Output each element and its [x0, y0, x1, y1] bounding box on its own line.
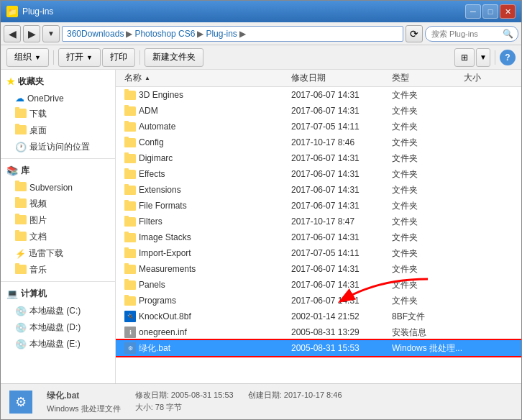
- pictures-label: 图片: [29, 214, 47, 227]
- path-segment-1[interactable]: 360Downloads: [67, 29, 124, 39]
- sidebar-item-drive-e[interactable]: 💿 本地磁盘 (E:): [1, 336, 115, 352]
- inf-icon: ℹ: [124, 327, 136, 338]
- table-row[interactable]: Config 2017-10-17 8:46 文件夹: [116, 134, 521, 150]
- file-name-col: Filters: [119, 216, 291, 227]
- view-dropdown-button[interactable]: ▼: [476, 48, 490, 67]
- folder-icon: [124, 280, 136, 290]
- file-date-col: 2017-06-07 14:31: [291, 169, 392, 179]
- dropdown-button[interactable]: ▼: [42, 25, 60, 42]
- sidebar-item-documents[interactable]: 文档: [1, 229, 115, 245]
- computer-header[interactable]: 💻 计算机: [1, 285, 115, 303]
- file-name: File Formats: [139, 201, 187, 211]
- path-segment-2[interactable]: Photoshop CS6: [134, 29, 195, 39]
- table-row[interactable]: Measurements 2017-06-07 14:31 文件夹: [116, 261, 521, 277]
- sidebar-item-onedrive[interactable]: ☁ OneDrive: [1, 91, 115, 106]
- onedrive-icon: ☁: [15, 93, 24, 104]
- view-button[interactable]: ⊞: [454, 48, 475, 67]
- file-name-col: Measurements: [119, 264, 291, 274]
- table-row[interactable]: ⚙ 绿化.bat 2005-08-31 15:53 Windows 批处理...: [116, 340, 521, 356]
- window: 📁 Plug-ins ─ □ ✕ ◀ ▶ ▼ 360Downloads ▶ Ph…: [0, 0, 522, 420]
- sidebar-item-downloads[interactable]: 下载: [1, 106, 115, 122]
- print-button[interactable]: 打印: [102, 48, 135, 67]
- sidebar-item-recent[interactable]: 🕐 最近访问的位置: [1, 139, 115, 155]
- file-name-col: File Formats: [119, 201, 291, 211]
- col-header-size[interactable]: 大小: [464, 72, 518, 84]
- table-row[interactable]: Extensions 2017-06-07 14:31 文件夹: [116, 182, 521, 198]
- file-name-col: 3D Engines: [119, 90, 291, 100]
- folder-icon: [124, 201, 136, 211]
- table-row[interactable]: 🔌 KnockOut.8bf 2002-01-14 21:52 8BF文件: [116, 309, 521, 324]
- open-label: 打开: [66, 51, 83, 63]
- sidebar-item-drive-c[interactable]: 💿 本地磁盘 (C:): [1, 303, 115, 319]
- file-name: Digimarc: [139, 153, 173, 163]
- file-name: ADM: [139, 106, 158, 116]
- file-name-col: ⚙ 绿化.bat: [119, 342, 291, 355]
- table-row[interactable]: Panels 2017-06-07 14:31 文件夹: [116, 277, 521, 293]
- sidebar-item-thunder[interactable]: ⚡ 迅雷下载: [1, 245, 115, 262]
- table-row[interactable]: Automate 2017-07-05 14:11 文件夹: [116, 119, 521, 134]
- table-row[interactable]: Image Stacks 2017-06-07 14:31 文件夹: [116, 229, 521, 245]
- table-row[interactable]: ℹ onegreen.inf 2005-08-31 13:29 安装信息: [116, 324, 521, 340]
- file-type-col: Windows 批处理...: [392, 342, 464, 355]
- forward-button[interactable]: ▶: [23, 25, 40, 42]
- help-button[interactable]: ?: [500, 50, 516, 65]
- sidebar-item-music[interactable]: 音乐: [1, 262, 115, 278]
- library-header[interactable]: 📚 库: [1, 162, 115, 180]
- video-icon: [15, 198, 27, 210]
- open-button[interactable]: 打开 ▼: [58, 48, 101, 67]
- search-input[interactable]: [431, 29, 500, 38]
- refresh-button[interactable]: ⟳: [406, 25, 423, 42]
- drive-e-label: 本地磁盘 (E:): [29, 338, 81, 350]
- bsf-icon: 🔌: [124, 311, 136, 322]
- sidebar: ★ 收藏夹 ☁ OneDrive 下载 桌面 🕐 最近访问的位置: [1, 70, 116, 383]
- sidebar-item-video[interactable]: 视频: [1, 196, 115, 212]
- file-name: Measurements: [139, 264, 196, 274]
- table-row[interactable]: Programs 2017-06-07 14:31 文件夹: [116, 293, 521, 309]
- drive-d-icon: 💿: [15, 322, 27, 333]
- table-row[interactable]: Filters 2017-10-17 8:47 文件夹: [116, 214, 521, 229]
- search-icon[interactable]: 🔍: [503, 29, 513, 39]
- organize-button[interactable]: 组织 ▼: [6, 48, 49, 67]
- file-list-header: 名称 ▲ 修改日期 类型 大小: [116, 70, 521, 87]
- file-date-col: 2002-01-14 21:52: [291, 311, 392, 321]
- sidebar-item-desktop[interactable]: 桌面: [1, 122, 115, 139]
- pictures-icon: [15, 215, 27, 227]
- sidebar-item-pictures[interactable]: 图片: [1, 212, 115, 229]
- col-header-name[interactable]: 名称 ▲: [119, 72, 291, 84]
- file-date-col: 2017-06-07 14:31: [291, 90, 392, 100]
- new-folder-button[interactable]: 新建文件夹: [145, 48, 203, 67]
- col-header-date[interactable]: 修改日期: [291, 72, 392, 84]
- file-name-col: ADM: [119, 106, 291, 116]
- table-row[interactable]: File Formats 2017-06-07 14:31 文件夹: [116, 198, 521, 214]
- minimize-button[interactable]: ─: [465, 4, 481, 19]
- table-row[interactable]: Effects 2017-06-07 14:31 文件夹: [116, 166, 521, 182]
- file-type-col: 文件夹: [392, 247, 464, 260]
- file-date-col: 2017-07-05 14:11: [291, 122, 392, 132]
- sidebar-item-drive-d[interactable]: 💿 本地磁盘 (D:): [1, 319, 115, 336]
- table-row[interactable]: ADM 2017-06-07 14:31 文件夹: [116, 103, 521, 119]
- file-name-col: Image Stacks: [119, 232, 291, 242]
- file-name: Config: [139, 137, 164, 147]
- favorites-header[interactable]: ★ 收藏夹: [1, 73, 115, 91]
- table-row[interactable]: 3D Engines 2017-06-07 14:31 文件夹: [116, 87, 521, 103]
- folder-icon: [124, 233, 136, 242]
- table-row[interactable]: Import-Export 2017-07-05 14:11 文件夹: [116, 245, 521, 261]
- table-row[interactable]: Digimarc 2017-06-07 14:31 文件夹: [116, 150, 521, 166]
- folder-icon: [124, 154, 136, 163]
- back-button[interactable]: ◀: [4, 25, 21, 42]
- file-type-col: 文件夹: [392, 184, 464, 196]
- path-segment-3[interactable]: Plug-ins: [206, 29, 237, 39]
- col-header-type[interactable]: 类型: [392, 72, 464, 84]
- file-type-col: 文件夹: [392, 105, 464, 117]
- organize-label: 组织: [14, 51, 32, 63]
- close-button[interactable]: ✕: [500, 4, 516, 19]
- maximize-button[interactable]: □: [482, 4, 498, 19]
- status-modified: 修改日期: 2005-08-31 15:53: [135, 390, 234, 401]
- status-filename: 绿化.bat: [47, 390, 121, 402]
- file-name: KnockOut.8bf: [139, 311, 191, 321]
- search-box: 🔍: [425, 26, 518, 42]
- file-name: Programs: [139, 296, 176, 306]
- main-content: ★ 收藏夹 ☁ OneDrive 下载 桌面 🕐 最近访问的位置: [1, 70, 521, 383]
- sidebar-item-subversion[interactable]: Subversion: [1, 180, 115, 196]
- folder-icon: [124, 296, 136, 306]
